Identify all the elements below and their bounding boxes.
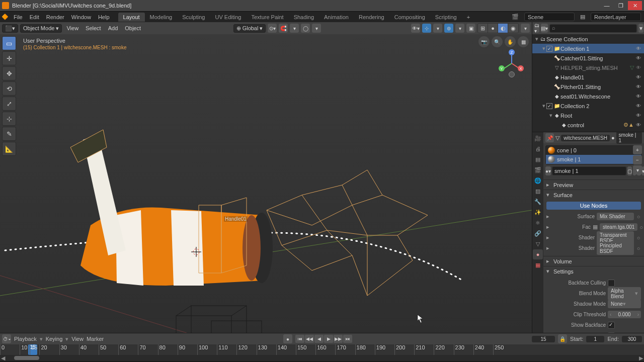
collection-checkbox[interactable]: [546, 46, 552, 52]
shade-matprev-button[interactable]: ◐: [498, 24, 508, 33]
prop-dropdown[interactable]: Alpha Blend ▾: [608, 287, 641, 300]
outliner-item[interactable]: ▾📁Collection 1👁: [532, 44, 644, 53]
pivot-dropdown[interactable]: ⊙▾: [268, 24, 277, 33]
outliner-item[interactable]: ▾◆Root👁: [532, 111, 644, 120]
view-layer-field[interactable]: [591, 13, 641, 21]
menu-help[interactable]: Help: [95, 14, 113, 20]
slot-remove-button[interactable]: −: [633, 155, 642, 164]
gizmo-neg-icon[interactable]: [509, 71, 515, 77]
jump-end-button[interactable]: ⏭: [343, 335, 352, 343]
mode-dropdown[interactable]: Object Mode ▾: [20, 24, 62, 33]
node-socket-icon[interactable]: ○: [636, 245, 641, 251]
outliner-item[interactable]: ▾📁Collection 2👁: [532, 101, 644, 111]
menu-window[interactable]: Window: [68, 14, 95, 20]
outliner-item[interactable]: ◆control⚙▲👁: [532, 120, 644, 130]
gizmo-z-icon[interactable]: Z: [509, 49, 515, 55]
visibility-toggle-icon[interactable]: 👁: [636, 103, 644, 109]
outliner-search-input[interactable]: [549, 24, 637, 33]
tool-rotate[interactable]: ⟲: [2, 81, 16, 96]
tab-uv[interactable]: UV Editing: [210, 13, 246, 22]
blender-icon[interactable]: 🔶: [0, 14, 10, 20]
material-users-button[interactable]: ▢: [627, 166, 632, 175]
expand-icon[interactable]: ▸: [546, 234, 553, 241]
expand-icon[interactable]: ▸: [546, 213, 553, 220]
ptab-viewlayer[interactable]: ▤: [533, 154, 543, 164]
visibility-toggle-icon[interactable]: 👁: [636, 46, 644, 51]
section-settings[interactable]: ▾Settings: [543, 266, 644, 276]
ptab-world[interactable]: 🌐: [533, 175, 543, 186]
menu-edit[interactable]: Edit: [26, 14, 43, 20]
tab-animation[interactable]: Animation: [319, 13, 354, 22]
start-frame-field[interactable]: 1: [586, 336, 604, 342]
tab-add[interactable]: +: [462, 13, 475, 22]
material-browse-button[interactable]: ●▾: [545, 166, 551, 175]
tool-transform[interactable]: ⊹: [2, 112, 16, 126]
section-preview[interactable]: ▸Preview: [543, 180, 644, 190]
gizmo-y-icon[interactable]: Y: [499, 65, 505, 71]
visibility-toggle[interactable]: 👁▾: [411, 24, 420, 33]
xray-toggle[interactable]: ▣: [466, 24, 475, 33]
ptab-constraints[interactable]: 🔗: [533, 228, 543, 238]
outliner-type-dropdown[interactable]: 🗂▾: [534, 24, 539, 33]
slot-specials-button[interactable]: ▾: [633, 165, 642, 174]
minimize-button[interactable]: —: [600, 1, 614, 10]
tab-layout[interactable]: Layout: [118, 13, 145, 22]
node-socket-icon[interactable]: ○: [636, 235, 641, 241]
tool-annotate[interactable]: ✎: [2, 127, 16, 141]
vp-camera-button[interactable]: 📷: [478, 36, 490, 47]
nodetree-dropdown[interactable]: ▾: [642, 166, 644, 175]
prop-value-dropdown[interactable]: steam.tga.001: [600, 223, 637, 231]
gizmo-x-icon[interactable]: X: [518, 65, 524, 71]
vp-menu-add[interactable]: Add: [106, 25, 121, 31]
visibility-toggle-icon[interactable]: 👁: [636, 74, 644, 80]
vp-menu-object[interactable]: Object: [122, 25, 143, 31]
tl-menu-keying[interactable]: Keying: [46, 336, 63, 342]
material-slot-0[interactable]: cone | 0: [546, 146, 641, 155]
tl-menu-marker[interactable]: Marker: [87, 336, 104, 342]
checkbox[interactable]: [608, 322, 615, 329]
prop-value-dropdown[interactable]: Principled BSDF: [597, 242, 634, 255]
lock-range-button[interactable]: 🔒: [558, 334, 567, 343]
outliner-display-dropdown[interactable]: ▤▾: [541, 24, 548, 33]
tl-menu-playback[interactable]: Playback: [14, 336, 37, 342]
editor-type-dropdown[interactable]: ⬛▾: [2, 24, 18, 33]
tab-modeling[interactable]: Modeling: [145, 13, 178, 22]
outliner-item[interactable]: ◆Handle01👁: [532, 72, 644, 82]
ptab-physics[interactable]: ⚛: [533, 218, 543, 228]
shading-dropdown[interactable]: ▾: [521, 24, 530, 33]
ptab-material[interactable]: ●: [533, 249, 543, 259]
checkbox[interactable]: [608, 280, 615, 287]
tool-move[interactable]: ✥: [2, 66, 16, 80]
tool-scale[interactable]: ⤢: [2, 97, 16, 111]
visibility-toggle-icon[interactable]: 👁: [636, 65, 644, 70]
collection-checkbox[interactable]: [546, 103, 552, 109]
current-frame-field[interactable]: 15: [532, 336, 555, 342]
node-socket-icon[interactable]: ○: [639, 224, 643, 230]
outliner-filter-button[interactable]: ▼: [638, 24, 643, 33]
tab-scripting[interactable]: Scripting: [430, 13, 462, 22]
outliner-item[interactable]: 🦴Pitcher01.Sitting👁: [532, 82, 644, 92]
scene-icon[interactable]: 🎬: [508, 14, 522, 20]
shade-wire-button[interactable]: ⊞: [478, 24, 488, 33]
menu-file[interactable]: File: [10, 14, 26, 20]
snap-dropdown[interactable]: ▾: [290, 24, 299, 33]
jump-start-button[interactable]: ⏮: [295, 335, 304, 343]
crumb-object[interactable]: witchescone.MESH: [561, 135, 610, 141]
keyframe-next-button[interactable]: ▶▶: [334, 335, 343, 343]
ptab-modifiers[interactable]: 🔧: [533, 197, 543, 207]
expand-icon[interactable]: ▸: [546, 245, 553, 251]
pin-icon[interactable]: 📌: [545, 133, 554, 142]
outliner-item[interactable]: 🦴Catcher01.Sitting👁: [532, 53, 644, 63]
orientation-dropdown[interactable]: ⊕ Global ▾: [233, 24, 266, 33]
tab-texpaint[interactable]: Texture Paint: [246, 13, 288, 22]
overlays-toggle[interactable]: ⊚: [444, 24, 453, 33]
visibility-toggle-icon[interactable]: 👁: [636, 84, 644, 89]
shade-solid-button[interactable]: ●: [488, 24, 498, 33]
ptab-particles[interactable]: ✨: [533, 207, 543, 217]
visibility-toggle-icon[interactable]: 👁: [636, 122, 644, 128]
section-surface[interactable]: ▾Surface: [543, 190, 644, 200]
gizmo-toggle[interactable]: ⊹: [422, 24, 431, 33]
prop-dropdown[interactable]: None ▾: [608, 300, 641, 308]
ptab-output[interactable]: 🖨: [533, 144, 543, 154]
scene-field[interactable]: [524, 13, 575, 21]
